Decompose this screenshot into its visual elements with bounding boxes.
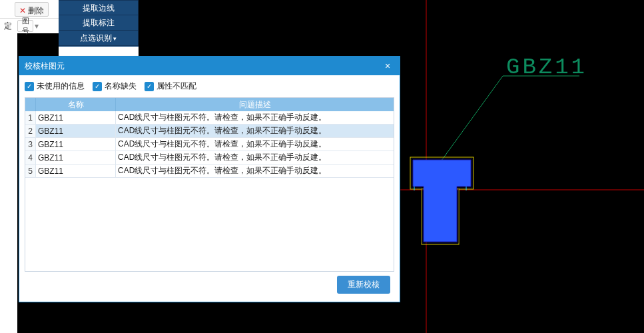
recheck-button[interactable]: 重新校核 xyxy=(337,276,390,294)
cell-name: GBZ11 xyxy=(36,111,116,125)
top-left-toolbar-row2: 定 图号 ▾ xyxy=(0,19,59,33)
checkbox-checked-icon: ✓ xyxy=(93,82,102,91)
col-desc-header[interactable]: 问题描述 xyxy=(116,98,394,111)
extract-edge-button[interactable]: 提取边线 xyxy=(59,0,139,15)
svg-line-3 xyxy=(440,76,503,163)
chevron-down-icon[interactable]: ▾ xyxy=(35,21,39,31)
left-white-strip xyxy=(0,33,17,333)
cell-index: 1 xyxy=(25,111,36,125)
extract-annotation-button[interactable]: 提取标注 xyxy=(59,15,139,31)
check-name-missing[interactable]: ✓名称缺失 xyxy=(93,81,137,92)
ribbon-group: 提取边线 提取标注 点选识别▾ xyxy=(59,0,139,47)
table-row[interactable]: 3 GBZ11 CAD线尺寸与柱图元不符。请检查，如果不正确手动反建。 xyxy=(25,138,394,151)
point-select-recognize-button[interactable]: 点选识别▾ xyxy=(59,31,139,46)
table-row[interactable]: 5 GBZ11 CAD线尺寸与柱图元不符。请检查，如果不正确手动反建。 xyxy=(25,165,394,178)
dialog-titlebar[interactable]: 校核柱图元 × xyxy=(19,57,400,75)
cell-desc: CAD线尺寸与柱图元不符。请检查，如果不正确手动反建。 xyxy=(116,165,394,178)
delete-label: 删除 xyxy=(28,6,44,15)
col-name-header[interactable]: 名称 xyxy=(36,98,116,111)
table-row[interactable]: 2 GBZ11 CAD线尺寸与柱图元不符。请检查，如果不正确手动反建。 xyxy=(25,125,394,138)
check-label: 名称缺失 xyxy=(105,81,137,92)
cell-name: GBZ11 xyxy=(36,165,116,178)
check-unused-info[interactable]: ✓未使用的信息 xyxy=(25,81,85,92)
cell-desc: CAD线尺寸与柱图元不符。请检查，如果不正确手动反建。 xyxy=(116,111,394,125)
fix-label: 定 xyxy=(4,21,12,32)
cell-index: 4 xyxy=(25,151,36,165)
col-index-header xyxy=(25,98,36,111)
filter-checkboxes: ✓未使用的信息 ✓名称缺失 ✓属性不匹配 xyxy=(25,81,394,92)
cad-element-label: GBZ11 xyxy=(506,55,587,80)
checkbox-checked-icon: ✓ xyxy=(145,82,154,91)
cell-index: 2 xyxy=(25,125,36,138)
table-row[interactable]: 4 GBZ11 CAD线尺寸与柱图元不符。请检查，如果不正确手动反建。 xyxy=(25,151,394,165)
delete-button[interactable]: ✕ 删除 xyxy=(15,2,49,17)
cell-name: GBZ11 xyxy=(36,125,116,138)
cell-desc: CAD线尺寸与柱图元不符。请检查，如果不正确手动反建。 xyxy=(116,125,394,138)
drawing-no-label: 图号 xyxy=(22,16,33,36)
cell-index: 5 xyxy=(25,165,36,178)
table-body: 1 GBZ11 CAD线尺寸与柱图元不符。请检查，如果不正确手动反建。 2 GB… xyxy=(25,111,394,271)
cell-name: GBZ11 xyxy=(36,138,116,151)
drawing-no-button[interactable]: 图号 xyxy=(17,20,33,32)
checkbox-checked-icon: ✓ xyxy=(25,82,34,91)
cell-desc: CAD线尺寸与柱图元不符。请检查，如果不正确手动反建。 xyxy=(116,138,394,151)
check-label: 属性不匹配 xyxy=(157,81,196,92)
dialog-title: 校核柱图元 xyxy=(25,61,381,72)
issues-table: 名称 问题描述 1 GBZ11 CAD线尺寸与柱图元不符。请检查，如果不正确手动… xyxy=(25,97,394,272)
chevron-down-icon: ▾ xyxy=(113,35,117,42)
cell-desc: CAD线尺寸与柱图元不符。请检查，如果不正确手动反建。 xyxy=(116,151,394,165)
cell-index: 3 xyxy=(25,138,36,151)
check-attr-mismatch[interactable]: ✓属性不匹配 xyxy=(145,81,196,92)
point-select-label: 点选识别 xyxy=(80,33,112,43)
table-header: 名称 问题描述 xyxy=(25,98,394,111)
check-label: 未使用的信息 xyxy=(37,81,85,92)
cell-name: GBZ11 xyxy=(36,151,116,165)
close-icon[interactable]: × xyxy=(381,61,394,71)
table-row[interactable]: 1 GBZ11 CAD线尺寸与柱图元不符。请检查，如果不正确手动反建。 xyxy=(25,111,394,125)
validate-column-dialog: 校核柱图元 × ✓未使用的信息 ✓名称缺失 ✓属性不匹配 名称 问题描述 1 G… xyxy=(19,56,400,302)
